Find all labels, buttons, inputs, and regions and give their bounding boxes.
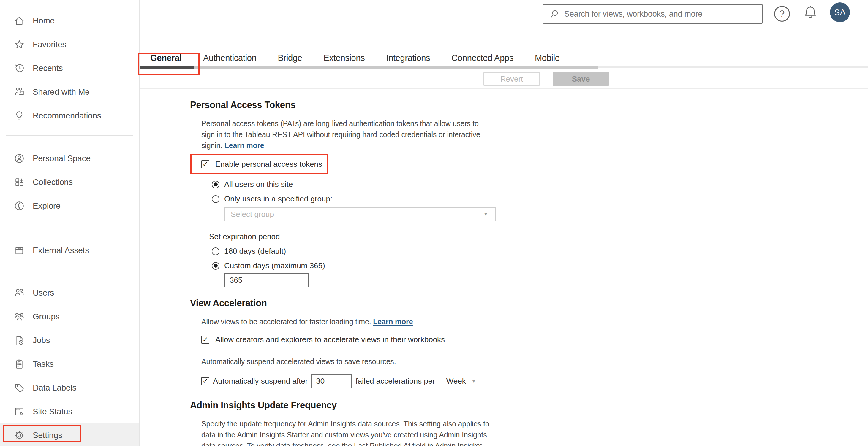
sidebar-item-groups[interactable]: Groups [0,305,139,329]
annotation-box-enable-pat: ✓ Enable personal access tokens [190,154,328,174]
auto-suspend-checkbox[interactable]: ✓ [202,377,209,385]
checkmark-icon: ✓ [203,336,208,343]
sidebar-item-label: Data Labels [33,383,76,392]
groups-icon [13,310,26,323]
all-users-label: All users on this site [224,180,293,189]
sidebar-item-label: Site Status [33,407,72,416]
sidebar-item-label: Recents [33,64,63,73]
sidebar-divider [6,135,133,136]
active-tab-indicator [140,66,194,69]
pat-description: Personal access tokens (PATs) are long-l… [202,118,484,151]
search-bar [543,4,763,24]
pat-learn-more-link[interactable]: Learn more [224,141,264,149]
va-description-text: Allow views to be accelerated for faster… [202,317,371,326]
save-button[interactable]: Save [553,72,609,86]
notifications-button[interactable] [802,4,819,23]
sidebar-item-label: Tasks [33,359,54,369]
tab-scrollbar-thumb[interactable] [194,66,598,69]
sidebar-item-jobs[interactable]: Jobs [0,329,139,352]
auto-suspend-row: ✓ Automatically suspend after failed acc… [202,374,636,388]
tab-bridge[interactable]: Bridge [267,50,313,66]
sidebar-item-settings[interactable]: Settings [0,423,139,446]
all-users-radio[interactable] [212,181,219,188]
chevron-down-icon: ▼ [471,378,476,384]
sidebar-item-favorites[interactable]: Favorites [0,33,139,56]
tab-authentication[interactable]: Authentication [192,50,267,66]
sidebar-item-label: Users [33,288,54,298]
auto-suspend-prefix-label: Automatically suspend after [213,377,308,386]
sidebar-item-recents[interactable]: Recents [0,56,139,80]
sidebar-item-label: External Assets [33,246,89,255]
suspend-period-value: Week [446,377,466,386]
enable-personal-access-tokens-checkbox[interactable]: ✓ [202,160,209,168]
custom-days-radio[interactable] [212,262,219,270]
suspend-period-dropdown[interactable]: Week ▼ [446,377,476,386]
tag-icon [13,382,26,394]
failed-accelerations-input[interactable] [311,374,352,388]
tab-mobile[interactable]: Mobile [524,50,570,66]
sidebar-item-label: Settings [33,431,62,440]
sidebar-item-label: Personal Space [33,154,91,163]
custom-days-input[interactable] [224,273,309,287]
allow-acceleration-label: Allow creators and explorers to accelera… [215,335,445,344]
tab-extensions[interactable]: Extensions [313,50,376,66]
sidebar-divider [6,271,133,271]
sidebar-item-personal-space[interactable]: Personal Space [0,146,139,170]
archive-icon [13,244,26,257]
select-group-placeholder: Select group [231,210,274,219]
tab-connected-apps[interactable]: Connected Apps [441,50,524,66]
sidebar-item-shared-with-me[interactable]: Shared with Me [0,80,139,104]
pat-section-title: Personal Access Tokens [190,100,636,110]
all-users-radio-row: All users on this site [212,180,636,189]
history-icon [13,62,26,74]
document-clock-icon [13,334,26,347]
custom-days-radio-row: Custom days (maximum 365) [212,261,636,270]
checkmark-icon: ✓ [203,378,208,385]
sidebar-item-collections[interactable]: Collections [0,170,139,194]
sidebar-item-explore[interactable]: Explore [0,194,139,218]
tab-integrations[interactable]: Integrations [375,50,441,66]
checkmark-icon: ✓ [203,161,208,168]
view-acceleration-description: Allow views to be accelerated for faster… [202,316,636,327]
sidebar-item-data-labels[interactable]: Data Labels [0,376,139,400]
default-days-radio-row: 180 days (default) [212,247,636,256]
sidebar-item-label: Explore [33,201,61,211]
sidebar-item-site-status[interactable]: Site Status [0,400,139,423]
sidebar-item-label: Jobs [33,336,50,345]
specified-group-label: Only users in a specified group: [224,194,332,204]
allow-acceleration-checkbox[interactable]: ✓ [202,336,209,344]
help-button[interactable]: ? [774,6,790,22]
va-learn-more-link[interactable]: Learn more [373,317,413,326]
sidebar-item-home[interactable]: Home [0,9,139,33]
sidebar-item-label: Favorites [33,40,66,49]
chevron-down-icon: ▼ [483,211,488,217]
select-group-dropdown[interactable]: Select group ▼ [224,207,496,221]
custom-days-label: Custom days (maximum 365) [224,261,325,270]
gear-icon [13,429,26,442]
sidebar-item-label: Groups [33,312,60,321]
sidebar-item-external-assets[interactable]: External Assets [0,239,139,262]
specified-group-radio-row: Only users in a specified group: [212,194,636,204]
collections-icon [13,176,26,188]
clipboard-icon [13,358,26,370]
specified-group-radio[interactable] [212,195,219,203]
compass-icon [13,200,26,212]
star-icon [13,38,26,51]
view-acceleration-title: View Acceleration [190,298,636,309]
shared-icon [13,86,26,98]
sidebar-item-recommendations[interactable]: Recommendations [0,104,139,128]
enable-pat-row: ✓ Enable personal access tokens [202,160,322,169]
revert-button[interactable]: Revert [484,72,540,86]
settings-tabs: General Authentication Bridge Extensions… [140,50,570,66]
tab-general[interactable]: General [140,50,192,66]
sidebar-item-label: Home [33,16,55,26]
default-days-radio[interactable] [212,247,219,255]
sidebar-item-users[interactable]: Users [0,281,139,305]
admin-insights-title: Admin Insights Update Frequency [190,400,636,411]
enable-pat-label: Enable personal access tokens [215,160,322,169]
avatar[interactable]: SA [830,2,850,22]
sidebar-item-tasks[interactable]: Tasks [0,352,139,376]
search-input[interactable] [564,9,757,19]
settings-page: Home Favorites Recents Shared with Me Re… [0,0,868,446]
settings-content: Personal Access Tokens Personal access t… [190,100,636,446]
